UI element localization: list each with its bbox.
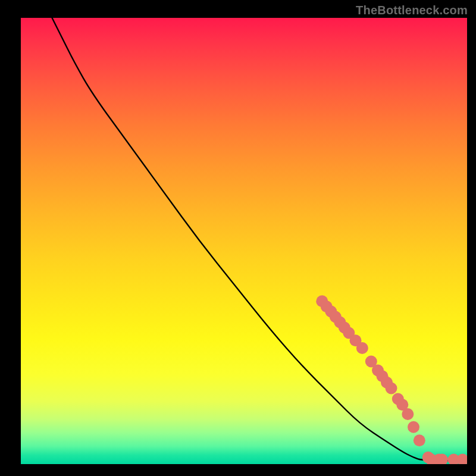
marker-dot [457,454,468,465]
stage: TheBottleneck.com [0,0,476,476]
watermark-text: TheBottleneck.com [356,4,468,17]
marker-dot [402,408,414,420]
marker-dot [408,421,419,433]
marker-group [316,295,467,464]
marker-dot [414,434,425,446]
plot-area [21,18,467,464]
chart-overlay [21,18,467,464]
marker-dot [386,383,397,394]
marker-dot [356,342,368,354]
curve-line [52,18,468,461]
